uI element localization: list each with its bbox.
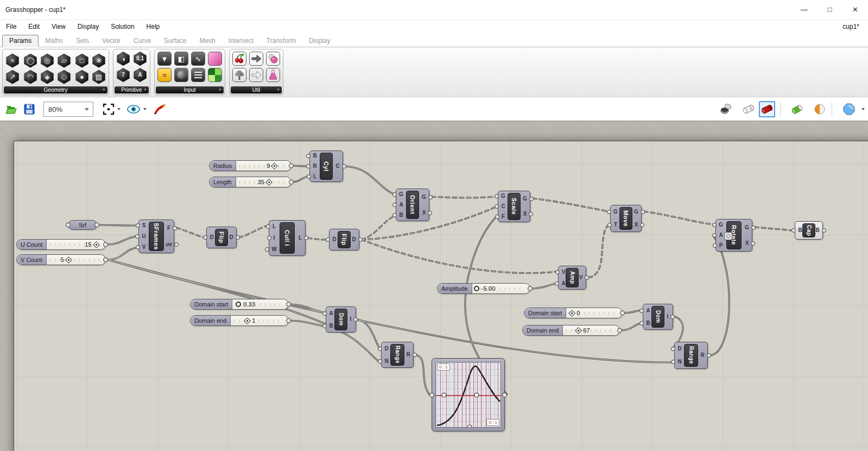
input-port[interactable]: I — [274, 235, 275, 241]
sphere-icon[interactable]: ● — [75, 70, 89, 84]
graph-control-handle[interactable] — [474, 392, 479, 397]
menu-edit[interactable]: Edit — [22, 23, 46, 30]
display-mode-icon[interactable] — [842, 102, 856, 116]
input-port[interactable]: U — [142, 234, 145, 239]
output-grip[interactable] — [286, 302, 291, 307]
slider-domain-start-1[interactable]: Domain start 0.33 — [190, 299, 289, 310]
menu-solution[interactable]: Solution — [105, 23, 140, 30]
input-port[interactable]: G — [719, 222, 723, 228]
remote-arrow-icon[interactable] — [249, 52, 263, 66]
input-port[interactable]: A — [561, 281, 565, 286]
preview-off-icon[interactable] — [719, 102, 733, 116]
output-port[interactable]: X — [635, 222, 638, 228]
plane-icon[interactable]: ▱ — [57, 54, 71, 68]
mesh-icon[interactable]: ❄ — [92, 54, 106, 68]
output-port[interactable]: B — [815, 228, 819, 233]
input-port[interactable]: D — [384, 346, 388, 352]
input-port[interactable]: B — [646, 321, 650, 326]
output-port[interactable]: G — [745, 225, 749, 230]
vector-icon[interactable]: ↗ — [5, 70, 20, 84]
local-arrow-icon[interactable] — [249, 68, 263, 82]
slider-track[interactable]: 0 — [566, 308, 622, 318]
subd-icon[interactable]: ◇ — [57, 70, 71, 84]
preview-shaded-selected[interactable] — [759, 101, 775, 117]
input-port[interactable]: L — [313, 174, 316, 179]
component-range-1[interactable]: Range DN R — [381, 342, 414, 368]
param-srf[interactable]: Srf — [68, 220, 97, 230]
slider-knob[interactable] — [236, 302, 241, 307]
sketch-pen-icon[interactable] — [152, 103, 167, 116]
input-port[interactable]: N — [384, 359, 388, 364]
menu-file[interactable]: File — [0, 23, 22, 30]
input-port[interactable]: A — [399, 202, 403, 208]
output-port[interactable]: R — [700, 353, 704, 358]
input-port[interactable]: N — [677, 359, 681, 365]
slider-knob[interactable] — [474, 286, 479, 291]
panel-expand-icon[interactable]: + — [144, 87, 147, 92]
tab-maths[interactable]: Maths — [39, 35, 69, 47]
output-grip[interactable] — [620, 311, 625, 316]
brep-icon[interactable]: ▧ — [92, 70, 106, 84]
slider-amplitude[interactable]: Amplitude -5.00 — [437, 283, 530, 294]
slider-track[interactable]: 0.33 — [232, 299, 288, 309]
slider-domain-start-2[interactable]: Domain start 0 — [524, 308, 623, 318]
output-port[interactable]: R — [406, 352, 410, 358]
output-grip[interactable] — [528, 286, 533, 291]
slider-track[interactable]: 5 — [47, 255, 105, 265]
input-port[interactable]: G — [399, 192, 403, 197]
box-icon[interactable]: □ — [75, 54, 89, 68]
number-slider-icon[interactable]: ▼ — [157, 52, 172, 66]
slider-domain-end-1[interactable]: Domain end 1 — [190, 315, 289, 326]
output-grip[interactable] — [286, 318, 291, 323]
input-grip[interactable] — [66, 223, 71, 228]
slider-length[interactable]: Length 35 — [209, 177, 292, 187]
slider-track[interactable]: 67 — [563, 325, 619, 335]
component-cull-index[interactable]: Cull i LIW L — [269, 220, 306, 256]
graph-control-handle[interactable] — [467, 425, 472, 428]
cherry-picker-icon[interactable] — [232, 52, 246, 66]
boolean-toggle-icon[interactable]: ◧ — [174, 52, 188, 66]
zoom-dropdown[interactable]: 80% — [43, 102, 93, 117]
output-grip[interactable] — [94, 223, 99, 228]
input-port[interactable]: L — [273, 224, 276, 229]
slider-knob[interactable] — [93, 241, 100, 248]
input-port[interactable]: S — [142, 223, 146, 228]
output-grip[interactable] — [617, 328, 622, 333]
output-port[interactable]: L — [299, 235, 302, 241]
tab-params[interactable]: Params — [2, 35, 39, 47]
tab-mesh[interactable]: Mesh — [193, 35, 221, 47]
panel-label-util[interactable]: Util + — [231, 86, 282, 93]
graph-control-handle[interactable] — [442, 392, 447, 397]
component-scale[interactable]: Scale GCF GX — [498, 191, 530, 222]
output-port[interactable]: G — [634, 209, 638, 215]
chevron-down-icon[interactable] — [861, 108, 865, 110]
input-port[interactable]: A — [719, 233, 723, 238]
component-amplitude[interactable]: Amp VA V — [558, 266, 586, 290]
menu-display[interactable]: Display — [72, 23, 105, 30]
input-port[interactable]: B — [329, 323, 333, 329]
slider-track[interactable]: 1 — [231, 316, 288, 325]
tab-surface[interactable]: Surface — [157, 35, 193, 47]
preview-selected-only-icon[interactable] — [790, 102, 804, 116]
tab-transform[interactable]: Transform — [260, 35, 302, 47]
input-port[interactable]: D — [332, 237, 336, 242]
value-list-icon[interactable] — [191, 68, 205, 82]
component-dom-2[interactable]: Dom AB I — [643, 304, 673, 330]
panel-expand-icon[interactable]: + — [219, 87, 221, 92]
definition-canvas[interactable]: Radius 9 Length 35 U Count 15 V Count 5 … — [0, 121, 868, 451]
panel-label-input[interactable]: Input + — [156, 86, 224, 93]
chevron-down-icon[interactable] — [143, 108, 147, 110]
close-button[interactable]: ✕ — [842, 0, 868, 18]
input-port[interactable]: W — [271, 247, 276, 252]
curve-icon[interactable]: ◠ — [23, 70, 37, 84]
control-knob-icon[interactable] — [174, 68, 188, 82]
slider-knob[interactable] — [568, 310, 575, 317]
menu-help[interactable]: Help — [141, 23, 166, 30]
flask-icon[interactable] — [266, 68, 280, 82]
component-range-2[interactable]: Range DN R — [674, 342, 708, 369]
slider-knob[interactable] — [65, 256, 72, 264]
menu-view[interactable]: View — [46, 23, 72, 30]
output-grip[interactable] — [289, 164, 294, 168]
input-port[interactable]: T — [614, 222, 617, 228]
component-dom-1[interactable]: Dom AB I — [326, 306, 356, 333]
